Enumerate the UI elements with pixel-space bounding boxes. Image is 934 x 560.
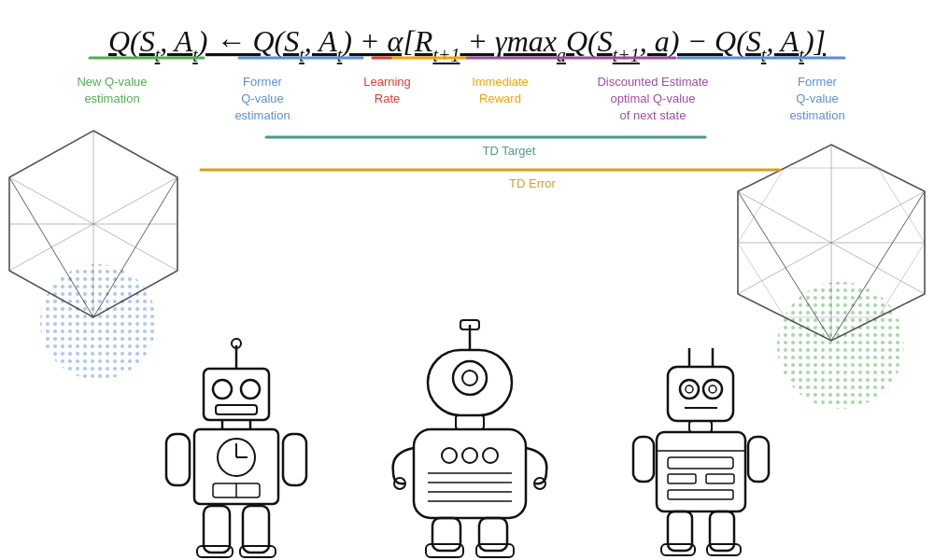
- svg-point-57: [442, 448, 457, 463]
- svg-rect-81: [668, 457, 733, 469]
- svg-rect-44: [166, 434, 190, 485]
- label-former-qvalue-1: FormerQ-valueestimation: [211, 74, 314, 125]
- svg-marker-14: [831, 191, 925, 341]
- svg-point-76: [709, 385, 716, 393]
- label-new-qvalue: New Q-value estimation: [65, 74, 159, 107]
- td-error-label: TD Error: [131, 176, 934, 190]
- svg-point-34: [241, 380, 260, 399]
- svg-rect-66: [432, 518, 460, 551]
- svg-rect-72: [668, 367, 733, 421]
- svg-marker-15: [738, 191, 831, 341]
- label-learning-rate: LearningRate: [352, 74, 422, 107]
- svg-point-75: [686, 385, 693, 393]
- svg-rect-85: [633, 437, 654, 482]
- svg-point-54: [462, 371, 477, 385]
- svg-point-59: [483, 448, 498, 463]
- svg-rect-83: [706, 474, 734, 483]
- svg-rect-55: [456, 415, 484, 429]
- formula-display: Q(St, At) ← Q(St, At) + α[Rt+1 + γmaxaQ(…: [0, 0, 934, 70]
- svg-rect-82: [668, 474, 696, 483]
- svg-point-74: [703, 380, 722, 399]
- label-former-qvalue-2: FormerQ-valueestimation: [766, 74, 869, 125]
- label-immediate-reward: ImmediateReward: [460, 74, 540, 107]
- svg-rect-67: [479, 518, 507, 551]
- svg-point-33: [213, 380, 232, 399]
- label-discounted-estimate: Discounted Estimateoptimal Q-valueof nex…: [578, 74, 728, 125]
- svg-rect-84: [668, 490, 733, 499]
- svg-point-73: [680, 380, 699, 399]
- robot-center: [386, 317, 554, 560]
- td-target-label: TD Target: [84, 144, 934, 158]
- svg-rect-52: [428, 350, 512, 415]
- svg-rect-86: [748, 437, 769, 482]
- svg-rect-78: [689, 421, 712, 432]
- svg-rect-35: [216, 405, 257, 414]
- svg-rect-45: [283, 434, 306, 485]
- svg-point-53: [453, 361, 487, 395]
- svg-point-58: [462, 448, 477, 463]
